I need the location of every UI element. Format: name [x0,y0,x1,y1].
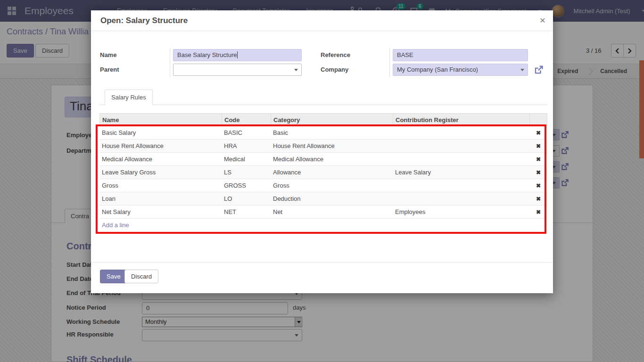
table-row[interactable]: Leave Salary GrossLSAllowanceLeave Salar… [99,166,547,179]
close-icon[interactable]: × [540,15,545,26]
col-header-name[interactable]: Name [100,114,222,126]
delete-row-icon[interactable]: ✖ [529,209,547,215]
form-separator [170,48,170,77]
company-label: Company [321,66,348,73]
reference-input[interactable]: BASE [393,49,528,61]
tab-underline [99,105,547,105]
footer-separator [91,262,553,263]
company-dropdown[interactable]: My Company (San Francisco) [393,64,528,76]
reference-label: Reference [321,51,350,58]
col-header-code[interactable]: Code [222,114,271,126]
name-label: Name [100,51,116,58]
delete-row-icon[interactable]: ✖ [529,169,547,176]
parent-dropdown[interactable] [173,64,302,76]
table-row[interactable]: Basic SalaryBASICBasic✖ [99,126,547,140]
parent-label: Parent [100,66,119,73]
table-row[interactable]: Net SalaryNETNetEmployees✖ [99,206,547,219]
table-row[interactable]: LoanLODeduction✖ [99,192,547,206]
salary-structure-modal: Open: Salary Structure × Name Base Salar… [91,10,553,293]
delete-row-icon[interactable]: ✖ [529,130,547,136]
col-header-category[interactable]: Category [271,114,393,126]
modal-header: Open: Salary Structure × [91,10,553,31]
form-separator [389,48,390,77]
modal-title: Open: Salary Structure [100,10,188,31]
tab-salary-rules[interactable]: Salary Rules [105,90,153,105]
col-header-register[interactable]: Contribution Register [393,114,530,126]
delete-row-icon[interactable]: ✖ [529,196,547,202]
dropdown-caret-icon [520,69,524,71]
modal-discard-button[interactable]: Discard [124,270,158,283]
salary-rules-table: Name Code Category Contribution Register… [99,113,547,232]
table-row[interactable]: GrossGROSSGross✖ [99,179,547,192]
add-a-line-link[interactable]: Add a line [99,219,547,232]
col-header-actions [530,114,548,126]
company-external-link-icon[interactable] [534,65,542,74]
delete-row-icon[interactable]: ✖ [529,156,547,163]
name-input[interactable]: Base Salary Structure [173,49,302,61]
table-row[interactable]: Medical AllowanceMedicalMedical Allowanc… [99,153,547,166]
table-header-row: Name Code Category Contribution Register [99,113,547,126]
modal-save-button[interactable]: Save [100,270,127,283]
scrollbar-thumb[interactable] [639,60,644,158]
delete-row-icon[interactable]: ✖ [529,143,547,149]
table-row[interactable]: House Rent AllowanceHRAHouse Rent Allowa… [99,140,547,153]
delete-row-icon[interactable]: ✖ [529,182,547,189]
dropdown-caret-icon [294,69,298,71]
